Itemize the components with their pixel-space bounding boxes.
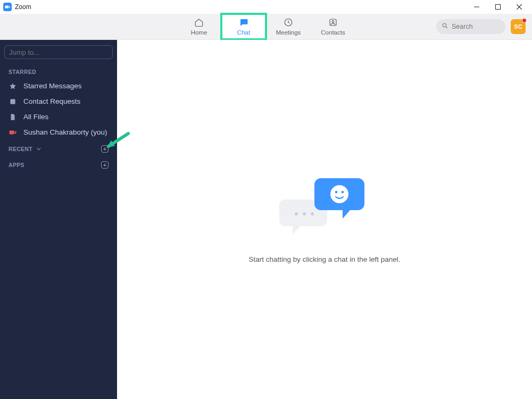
sidebar-item-self[interactable]: Sushan Chakraborty (you)	[0, 124, 117, 140]
chat-icon	[239, 18, 248, 28]
tab-label: Home	[191, 29, 207, 36]
add-app-button[interactable]: +	[101, 161, 109, 169]
tab-contacts[interactable]: Contacts	[311, 14, 355, 39]
contacts-icon	[328, 18, 338, 28]
svg-rect-9	[10, 99, 15, 104]
clock-icon	[284, 18, 293, 28]
section-label-text: RECENT	[9, 146, 32, 152]
sidebar-item-contact-requests[interactable]: Contact Requests	[0, 94, 117, 109]
tab-meetings[interactable]: Meetings	[266, 14, 311, 39]
svg-rect-1	[496, 5, 501, 10]
camera-icon	[9, 129, 17, 136]
chevron-down-icon	[37, 146, 41, 152]
jump-to-input[interactable]	[9, 48, 108, 56]
titlebar-left: Zoom	[3, 3, 31, 11]
nav-right: SC	[436, 19, 526, 34]
tab-label: Chat	[237, 29, 250, 36]
svg-point-12	[311, 212, 314, 215]
avatar[interactable]: SC	[511, 19, 526, 34]
section-starred: STARRED	[0, 63, 117, 78]
star-icon	[9, 82, 17, 90]
svg-point-7	[443, 23, 446, 27]
svg-line-8	[446, 27, 447, 28]
close-button[interactable]	[509, 0, 530, 14]
sidebar-item-label: Sushan Chakraborty (you)	[23, 128, 107, 136]
section-label-text: STARRED	[9, 69, 36, 75]
section-label-text: APPS	[9, 162, 24, 168]
section-recent[interactable]: RECENT +	[0, 140, 117, 156]
top-nav: Home Chat Meetings Contacts SC	[0, 14, 532, 40]
tab-label: Meetings	[276, 29, 301, 36]
tab-chat[interactable]: Chat	[221, 14, 266, 39]
empty-state-text: Start chatting by clicking a chat in the…	[248, 255, 400, 263]
svg-point-14	[335, 191, 337, 193]
section-apps[interactable]: APPS +	[0, 156, 117, 172]
svg-point-11	[303, 212, 306, 215]
app-icon	[3, 3, 12, 11]
jump-to-box[interactable]	[4, 45, 113, 59]
app-title: Zoom	[15, 3, 31, 11]
sidebar: STARRED Starred Messages Contact Request…	[0, 40, 117, 399]
titlebar: Zoom	[0, 0, 532, 14]
sidebar-item-all-files[interactable]: All Files	[0, 109, 117, 124]
search-box[interactable]	[436, 19, 505, 34]
sidebar-item-starred-messages[interactable]: Starred Messages	[0, 78, 117, 94]
main-panel: Start chatting by clicking a chat in the…	[117, 40, 532, 399]
empty-chat-illustration	[279, 176, 370, 239]
file-icon	[9, 113, 17, 121]
search-icon	[442, 22, 448, 31]
window-controls	[466, 0, 530, 14]
nav-tabs: Home Chat Meetings Contacts	[177, 14, 355, 39]
svg-point-6	[332, 21, 334, 23]
maximize-button[interactable]	[487, 0, 509, 14]
search-input[interactable]	[452, 23, 500, 30]
contact-icon	[9, 98, 17, 105]
sidebar-item-label: All Files	[23, 113, 48, 121]
sidebar-item-label: Starred Messages	[23, 82, 82, 90]
add-recent-button[interactable]: +	[101, 145, 109, 153]
tab-label: Contacts	[321, 29, 345, 36]
svg-point-10	[295, 212, 298, 215]
minimize-button[interactable]	[466, 0, 487, 14]
sidebar-item-label: Contact Requests	[23, 97, 80, 105]
svg-point-15	[342, 191, 344, 193]
body: STARRED Starred Messages Contact Request…	[0, 40, 532, 399]
notification-dot-icon	[522, 18, 527, 23]
home-icon	[194, 18, 204, 28]
tab-home[interactable]: Home	[177, 14, 221, 39]
avatar-initials: SC	[514, 23, 522, 30]
svg-point-13	[330, 185, 348, 203]
